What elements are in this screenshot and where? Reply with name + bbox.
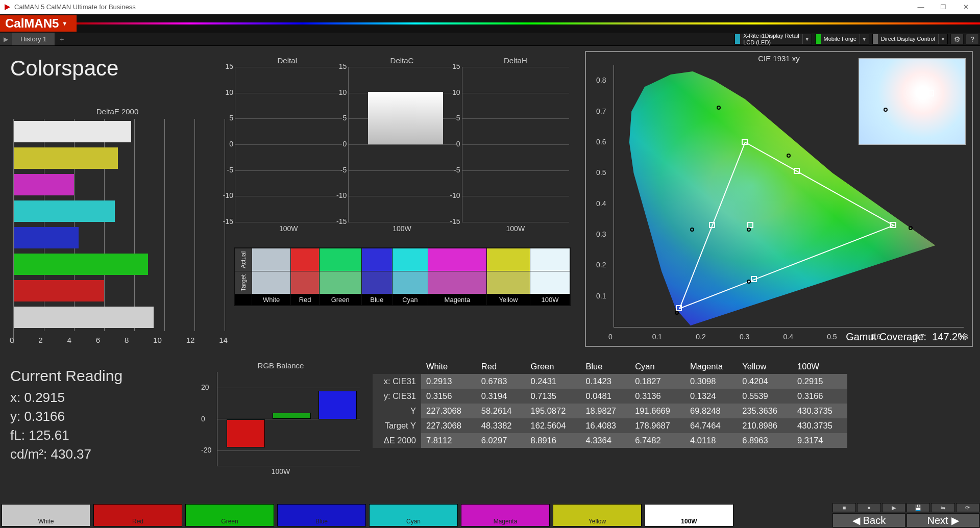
current-reading-title: Current Reading bbox=[10, 367, 122, 385]
rainbow-divider bbox=[77, 22, 980, 24]
table-cell: 4.0118 bbox=[685, 433, 737, 448]
mini-chart-title: DeltaC bbox=[348, 56, 455, 65]
brand-menu[interactable]: CalMAN5 ▼ bbox=[0, 15, 77, 32]
cie-diagram: CIE 1931 xy bbox=[585, 51, 973, 347]
table-cell: 0.3194 bbox=[476, 389, 526, 404]
window-title: CalMAN 5 CalMAN Ultimate for Business bbox=[14, 3, 136, 11]
table-cell: 227.3068 bbox=[421, 418, 476, 433]
current-reading: Current Reading x: 0.2915y: 0.3166fL: 12… bbox=[10, 367, 122, 465]
link-button[interactable]: ⇋ bbox=[931, 503, 954, 512]
color-button-yellow[interactable]: Yellow bbox=[553, 504, 642, 526]
color-button-green[interactable]: Green bbox=[185, 504, 274, 526]
table-cell: 195.0872 bbox=[526, 404, 581, 418]
minimize-button[interactable]: — bbox=[910, 0, 932, 14]
settings-button[interactable]: ⚙ bbox=[950, 34, 964, 45]
swatch-col-label: Cyan bbox=[392, 294, 428, 306]
table-col-header: Blue bbox=[580, 359, 630, 374]
app-icon bbox=[3, 3, 11, 11]
status-pill-2[interactable]: Direct Display Control ▼ bbox=[872, 34, 948, 44]
table-cell: 227.3068 bbox=[421, 404, 476, 418]
table-col-header: Magenta bbox=[685, 359, 737, 374]
maximize-button[interactable]: ☐ bbox=[932, 0, 954, 14]
table-col-header: Yellow bbox=[737, 359, 792, 374]
cie-measured-point bbox=[787, 154, 791, 158]
window-titlebar: CalMAN 5 CalMAN Ultimate for Business — … bbox=[0, 0, 980, 14]
table-row: ΔE 20007.81126.02978.89164.33646.74824.0… bbox=[373, 433, 847, 448]
close-button[interactable]: ✕ bbox=[954, 0, 977, 14]
help-button[interactable]: ? bbox=[966, 34, 979, 45]
table-row-label: y: CIE31 bbox=[373, 389, 421, 404]
swatch-col-label: Yellow bbox=[486, 294, 530, 306]
swatch-target-red bbox=[291, 271, 319, 294]
cie-inset-preview bbox=[859, 58, 966, 145]
refresh-button[interactable]: ⟳ bbox=[956, 503, 979, 512]
swatch-actual-magenta bbox=[428, 248, 486, 271]
add-tab-button[interactable]: + bbox=[55, 33, 68, 45]
chevron-down-icon: ▼ bbox=[802, 34, 812, 44]
swatch-target-100w bbox=[530, 271, 570, 294]
delta-mini-charts: DeltaL151050-5-10-15100WDeltaC151050-5-1… bbox=[235, 56, 569, 233]
color-button-100w[interactable]: 100W bbox=[645, 504, 733, 526]
table-cell: 0.6783 bbox=[476, 374, 526, 389]
table-cell: 0.3156 bbox=[421, 389, 476, 404]
link-icon: ⇋ bbox=[941, 505, 945, 511]
table-cell: 0.5539 bbox=[737, 389, 792, 404]
cie-measured-point bbox=[690, 228, 694, 232]
stop-button[interactable]: ■ bbox=[832, 503, 856, 512]
status-pill-1[interactable]: Mobile Forge ▼ bbox=[815, 34, 869, 44]
rgb-bar-b bbox=[318, 391, 357, 419]
play-button[interactable]: ▶ bbox=[882, 503, 905, 512]
deltae-bar-blue bbox=[14, 227, 79, 248]
color-button-white[interactable]: White bbox=[2, 504, 90, 526]
gamut-coverage: Gamut Coverage: 147.2% bbox=[846, 331, 967, 343]
swatch-col-label: Blue bbox=[361, 294, 392, 306]
deltae-bar-green bbox=[14, 254, 148, 275]
rgb-bar-g bbox=[273, 413, 311, 419]
mini-chart-xlabel: 100W bbox=[462, 224, 569, 233]
table-row: Y227.306858.2614195.087218.9827191.66696… bbox=[373, 404, 847, 418]
table-row-label: Y bbox=[373, 404, 421, 418]
table-cell: 0.0481 bbox=[580, 389, 630, 404]
brand-name: CalMAN5 bbox=[5, 16, 59, 31]
color-button-blue[interactable]: Blue bbox=[277, 504, 366, 526]
cie-target-point bbox=[751, 276, 757, 282]
status-pill-0[interactable]: X-Rite i1Display RetailLCD (LED) ▼ bbox=[734, 34, 812, 44]
swatch-target-yellow bbox=[486, 271, 530, 294]
swatch-target-blue bbox=[361, 271, 392, 294]
table-cell: 69.8248 bbox=[685, 404, 737, 418]
tabs-back-button[interactable]: ▶ bbox=[0, 33, 12, 45]
deltae-bar-magenta bbox=[14, 174, 74, 195]
back-icon: ◀ bbox=[852, 514, 860, 526]
color-button-cyan[interactable]: Cyan bbox=[369, 504, 458, 526]
swatch-actual-100w bbox=[530, 248, 570, 271]
table-cell: 430.3735 bbox=[792, 404, 847, 418]
cie-inset-measured bbox=[884, 108, 888, 112]
table-cell: 430.3735 bbox=[792, 418, 847, 433]
status-label: Direct Display Control bbox=[881, 36, 938, 42]
table-cell: 6.0297 bbox=[476, 433, 526, 448]
swatch-col-label: White bbox=[252, 294, 291, 306]
next-button[interactable]: Next▶ bbox=[906, 513, 979, 527]
record-button[interactable]: ● bbox=[857, 503, 880, 512]
deltae-bar-red bbox=[14, 280, 104, 301]
tab-history-1[interactable]: History 1 bbox=[12, 33, 55, 45]
help-icon: ? bbox=[970, 35, 974, 43]
color-button-magenta[interactable]: Magenta bbox=[461, 504, 550, 526]
svg-marker-0 bbox=[5, 4, 10, 10]
current-reading-row: cd/m²: 430.37 bbox=[10, 446, 122, 462]
back-button[interactable]: ◀Back bbox=[832, 513, 905, 527]
table-cell: 0.7135 bbox=[526, 389, 581, 404]
cie-target-point bbox=[890, 222, 896, 228]
swatch-row-label: Target bbox=[235, 271, 252, 294]
save-button[interactable]: 💾 bbox=[906, 503, 930, 512]
swatch-target-magenta bbox=[428, 271, 486, 294]
table-col-header: White bbox=[421, 359, 476, 374]
table-row-label: Target Y bbox=[373, 418, 421, 433]
status-label: X-Rite i1Display RetailLCD (LED) bbox=[743, 33, 802, 45]
tab-bar: ▶ History 1 + X-Rite i1Display RetailLCD… bbox=[0, 33, 980, 46]
table-col-header: Cyan bbox=[630, 359, 685, 374]
deltae-bar-white bbox=[14, 121, 131, 142]
table-cell: 0.1423 bbox=[580, 374, 630, 389]
swatch-actual-cyan bbox=[392, 248, 428, 271]
color-button-red[interactable]: Red bbox=[93, 504, 182, 526]
